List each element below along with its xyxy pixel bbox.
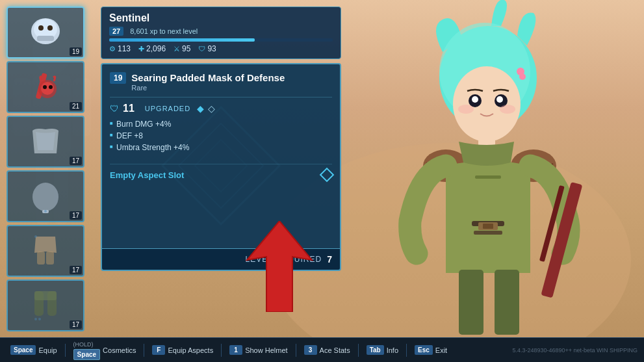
hotbar-divider-2 — [144, 344, 144, 357]
equip-slot-chest[interactable]: 17 — [6, 116, 84, 168]
version-info: 5.4.3-248930-46890++ net-beta WIN SHIPPI… — [512, 347, 638, 354]
item-detail-card: 19 Searing Padded Mask of Defense Rare 🛡… — [101, 63, 341, 271]
svg-point-33 — [38, 25, 44, 31]
svg-point-14 — [458, 105, 474, 114]
character-xp: 8,601 xp to next level — [130, 27, 198, 35]
character-info-bar: Sentinel 27 8,601 xp to next level ⚙ 113… — [101, 6, 341, 59]
svg-rect-43 — [37, 252, 45, 265]
item-footer: LEVEL REQUIRED 7 — [102, 248, 340, 270]
character-level: 27 — [109, 27, 123, 36]
hotbar-label-info: Info — [387, 346, 398, 354]
svg-rect-28 — [459, 270, 483, 335]
hotbar-divider-6 — [406, 344, 407, 357]
hold-label: (HOLD) — [73, 341, 100, 348]
svg-point-45 — [34, 235, 37, 238]
slot-weapon-level: 21 — [70, 102, 82, 110]
svg-point-38 — [43, 85, 47, 89]
health-icon: ✚ — [138, 45, 144, 53]
svg-point-13 — [496, 96, 503, 103]
defense-stat-value: 93 — [207, 44, 216, 53]
item-name: Searing Padded Mask of Defense — [131, 72, 332, 84]
svg-rect-29 — [495, 270, 519, 335]
slot-accessory-level: 17 — [70, 211, 82, 220]
hotbar-equip-aspects: F Equip Aspects — [148, 345, 217, 355]
svg-rect-25 — [483, 224, 493, 229]
hotbar-label-equip-aspects: Equip Aspects — [168, 346, 213, 354]
equip-slot-head[interactable]: 19 — [6, 6, 84, 58]
svg-rect-48 — [34, 291, 57, 300]
upgraded-badge: UPGRADED — [145, 105, 190, 112]
item-header: 19 Searing Padded Mask of Defense Rare — [110, 72, 332, 97]
hotbar-label-ace-stats: Ace Stats — [320, 346, 350, 354]
svg-point-49 — [34, 318, 37, 320]
hotbar-key-3: 3 — [304, 345, 317, 355]
stat-bonus-1: Burn DMG +4% — [110, 118, 332, 130]
power-value: 113 — [118, 44, 131, 53]
svg-point-34 — [47, 25, 53, 31]
hotbar-key-1: 1 — [229, 345, 242, 355]
item-stats-list: Burn DMG +4% DEF +8 Umbra Strength +4% — [110, 118, 332, 153]
aspect-slot[interactable]: Empty Aspect Slot — [110, 164, 332, 185]
svg-point-40 — [32, 183, 58, 211]
svg-point-9 — [453, 66, 521, 142]
aspect-slot-diamond — [320, 168, 335, 183]
item-rarity: Rare — [131, 84, 332, 92]
item-level-badge: 19 — [110, 72, 126, 84]
hotbar-key-tab: Tab — [367, 345, 384, 355]
svg-point-42 — [44, 210, 47, 213]
hotbar-divider-4 — [296, 344, 296, 357]
item-detail-panel: Sentinel 27 8,601 xp to next level ⚙ 113… — [101, 6, 341, 271]
equip-slot-pants[interactable]: 17 — [6, 279, 84, 331]
hotbar-label-equip: Equip — [38, 346, 57, 354]
shield-icon: 🛡 — [110, 103, 119, 114]
hotbar-show-helmet: 1 Show Helmet — [225, 345, 291, 355]
item-defense-row: 🛡 11 UPGRADED ◆ ◇ — [110, 103, 332, 114]
slot-chest-level: 17 — [70, 157, 82, 165]
equip-slot-weapon[interactable]: 21 — [6, 61, 84, 113]
hotbar-label-exit: Exit — [435, 346, 447, 354]
xp-bar — [109, 38, 333, 42]
level-required-value: 7 — [327, 254, 332, 265]
diamond-icon-1: ◆ — [197, 103, 204, 114]
stat-bonus-3: Umbra Strength +4% — [110, 142, 332, 153]
character-name: Sentinel — [109, 12, 149, 24]
hotbar-equip: Space Equip — [6, 345, 61, 355]
character-stats: ⚙ 113 ✚ 2,096 ⚔ 95 🛡 93 — [109, 44, 333, 53]
svg-point-50 — [38, 318, 41, 320]
hotbar-label-cosmetics: Cosmetics — [103, 346, 136, 354]
level-required-label: LEVEL REQUIRED — [246, 255, 322, 264]
item-defense-value: 11 — [123, 103, 135, 114]
hotbar-key-esc: Esc — [415, 345, 433, 355]
power-icon: ⚙ — [109, 45, 116, 53]
slot-pants-level: 17 — [70, 320, 82, 329]
equip-slot-accessory[interactable]: 17 — [6, 170, 84, 222]
attack-value: 95 — [182, 44, 190, 53]
defense-stat-icon: 🛡 — [198, 45, 205, 53]
svg-point-39 — [49, 85, 53, 89]
slot-legs-level: 17 — [70, 266, 82, 274]
hotbar-label-show-helmet: Show Helmet — [245, 346, 287, 354]
hotbar-exit: Esc Exit — [411, 345, 451, 355]
stat-bonus-2: DEF +8 — [110, 130, 332, 142]
hotbar-key-space-cosmetics: Space — [73, 349, 100, 360]
hotbar-key-space-equip: Space — [10, 345, 36, 355]
equip-slot-legs[interactable]: 17 — [6, 225, 84, 277]
svg-rect-21 — [475, 175, 501, 179]
hotbar-key-f: F — [152, 345, 165, 355]
hotbar-cosmetics: (HOLD) Space Cosmetics — [70, 341, 140, 359]
aspect-slot-label: Empty Aspect Slot — [110, 170, 184, 180]
hotbar: Space Equip (HOLD) Space Cosmetics F Equ… — [0, 337, 644, 362]
diamond-icon-2: ◇ — [208, 103, 215, 114]
hotbar-divider-1 — [65, 344, 66, 357]
hotbar-info: Tab Info — [363, 345, 402, 355]
slot-head-level: 19 — [70, 47, 82, 56]
svg-rect-23 — [474, 231, 502, 235]
svg-point-12 — [472, 96, 478, 103]
svg-point-17 — [519, 73, 526, 80]
xp-fill — [109, 38, 255, 42]
svg-rect-32 — [37, 36, 54, 41]
svg-point-15 — [500, 105, 515, 114]
hotbar-divider-5 — [358, 344, 359, 357]
hotbar-ace-stats: 3 Ace Stats — [300, 345, 354, 355]
attack-icon: ⚔ — [174, 45, 180, 53]
